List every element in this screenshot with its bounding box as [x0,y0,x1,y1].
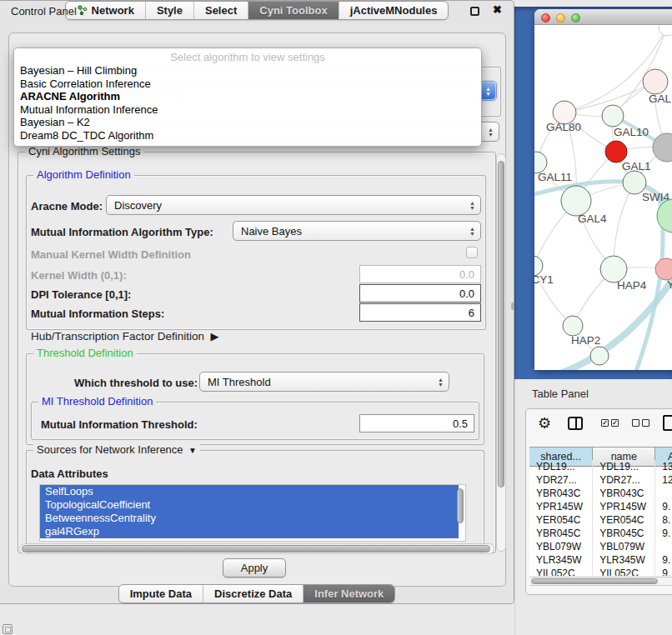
expand-right-icon: ▶ [208,330,219,342]
attribute-item[interactable]: SelfLoops [40,485,459,498]
node-label: GAL11 [538,171,572,183]
table-hscrollbar[interactable] [529,577,672,586]
combo-stepper-icon: ▲▼ [481,82,495,99]
table-row[interactable]: YBL079WYBL079W [529,540,672,553]
table-row[interactable]: YDL19...YDL19...13 [529,460,672,473]
close-traffic-light-icon[interactable] [541,13,550,22]
table-panel-title: Table Panel [532,388,589,400]
attribute-item[interactable]: gal4RGexp [40,525,459,538]
node-label: GCY1 [534,273,554,286]
table-panel-card: ⚙ ✓✓ shared...nameA YDL19...YDL19...13YD… [525,408,672,595]
table-row[interactable]: YLR345WYLR345W9. [529,553,672,567]
control-panel-tab-bar: NetworkStyleSelectCyni ToolboxjActiveMNo… [0,1,514,20]
minimize-traffic-light-icon[interactable] [556,13,565,22]
settings-hscrollbar[interactable] [19,543,494,554]
mi-steps-field[interactable]: 6 [359,303,481,322]
aracne-mode-combo[interactable]: Discovery ▲▼ [106,195,481,215]
select-all-icon[interactable]: ✓✓ [601,419,619,427]
settings-hscrollbar-thumb[interactable] [22,545,490,552]
close-window-icon[interactable]: ✖ [493,3,502,16]
node-label: GAL4 [578,212,607,225]
kernel-width-label: Kernel Width (0,1): [31,269,127,282]
table-row[interactable]: YIL052CYIL052C9. [529,567,672,576]
mi-threshold-label: Mutual Information Threshold: [41,418,198,431]
file-icon[interactable] [663,415,672,431]
zoom-traffic-light-icon[interactable] [571,13,580,22]
mi-type-label: Mutual Information Algorithm Type: [31,226,213,238]
manual-kernel-checkbox[interactable] [466,247,478,258]
network-node-pink-top[interactable] [643,69,668,94]
dropdown-item[interactable]: Bayesian – K2 [14,116,481,129]
dropdown-item[interactable]: Dream8 DC_TDC Algorithm [14,129,481,142]
combo-stepper-icon: ▲▼ [465,197,479,213]
apply-button[interactable]: Apply [223,558,286,578]
tab-discretize-data[interactable]: Discretize Data [203,585,303,602]
attribute-item[interactable]: TopologicalCoefficient [40,498,459,512]
algorithm-dropdown-popup: Select algorithm to view settings Bayesi… [13,48,482,147]
dropdown-item[interactable]: Mutual Information Inference [14,103,481,117]
dropdown-item[interactable]: Basic Correlation Inference [14,78,481,91]
control-panel-window: Control Panel ✖ NetworkStyleSelectCyni T… [0,0,514,604]
dropdown-item[interactable]: ARACNE Algorithm [14,90,481,103]
combo-stepper-icon: ▲▼ [434,373,448,390]
tab-cyni-toolbox[interactable]: Cyni Toolbox [248,2,338,19]
control-panel-title: Control Panel [11,5,77,18]
table-row[interactable]: YPR145WYPR145W9. [529,500,672,513]
table-row[interactable]: YBR043CYBR043C [529,487,672,500]
network-node-bottom-node[interactable] [590,347,609,365]
network-node-gray-node[interactable] [653,133,672,162]
tab-jactivemnodules[interactable]: jActiveMNodules [339,2,449,19]
gear-icon[interactable]: ⚙ [538,414,551,432]
network-node-GAL10[interactable] [602,105,624,127]
attribute-item[interactable]: BetweennessCentrality [40,512,459,525]
hub-tf-definition-toggle[interactable]: Hub/Transcription Factor Definition ▶ [31,330,218,342]
collapse-down-icon: ▼ [186,446,197,455]
table-row[interactable]: YBR045CYBR045C9. [529,527,672,540]
mi-threshold-field[interactable]: 0.5 [359,414,474,432]
data-attributes-label: Data Attributes [31,468,108,480]
node-table[interactable]: shared...nameA YDL19...YDL19...13YDR27..… [529,447,672,585]
tab-impute-data[interactable]: Impute Data [119,585,203,602]
aracne-mode-label: Aracne Mode: [31,200,103,212]
table-row[interactable]: YDR27...YDR27...12 [529,473,672,487]
minimized-panel-icon[interactable] [3,624,13,634]
node-label: Y [667,278,672,291]
node-label: GAL80 [546,121,581,133]
tab-infer-network[interactable]: Infer Network [303,585,394,602]
node-label: GAL10 [614,126,649,138]
dropdown-prompt: Select algorithm to view settings [14,51,481,64]
tab-select[interactable]: Select [193,2,248,19]
mi-type-combo[interactable]: Naive Bayes ▲▼ [233,221,481,241]
settings-vscrollbar-thumb[interactable] [498,161,504,488]
dropdown-items: Bayesian – Hill ClimbingBasic Correlatio… [14,64,481,142]
dropdown-item[interactable]: Bayesian – Hill Climbing [14,64,481,78]
which-threshold-label: Which threshold to use: [74,377,198,389]
sources-legend[interactable]: Sources for Network Inference ▼ [33,443,200,456]
network-node-HAP2[interactable] [563,316,583,336]
table-row[interactable]: YER054CYER054C8. [529,513,672,527]
which-threshold-combo[interactable]: MI Threshold ▲▼ [199,372,449,392]
network-node-cut-top[interactable] [659,26,672,36]
split-columns-icon[interactable] [568,417,583,430]
list-scrollbar-thumb[interactable] [457,488,464,523]
table-panel: Table Panel ⚙ ✓✓ shared...nameA YDL19...… [514,379,672,635]
settings-legend: Cyni Algorithm Settings [25,145,143,158]
combo-stepper-icon: ▲▼ [465,222,479,239]
network-window-titlebar[interactable] [534,9,672,25]
dpi-tolerance-field[interactable]: 0.0 [359,284,481,302]
tab-network[interactable]: Network [66,2,145,19]
kernel-width-field[interactable]: 0.0 [359,265,481,283]
network-canvas[interactable]: GALGAL80GAL10GAL1GAL11SWI4GAL4GCY1HAP4YH… [534,26,672,370]
tab-style[interactable]: Style [145,2,193,19]
network-edge [534,162,536,266]
network-node-GAL4[interactable] [561,186,591,216]
network-icon [77,5,88,16]
data-attributes-list[interactable]: SelfLoopsTopologicalCoefficientBetweenne… [39,484,466,542]
network-node-pink-right[interactable] [655,258,672,280]
float-window-icon[interactable] [470,7,479,16]
node-label: GAL [649,92,672,105]
settings-vscrollbar[interactable] [496,153,506,552]
network-window: GALGAL80GAL10GAL1GAL11SWI4GAL4GCY1HAP4YH… [534,9,672,370]
table-hscrollbar-thumb[interactable] [531,578,658,584]
deselect-all-icon[interactable] [632,419,649,427]
